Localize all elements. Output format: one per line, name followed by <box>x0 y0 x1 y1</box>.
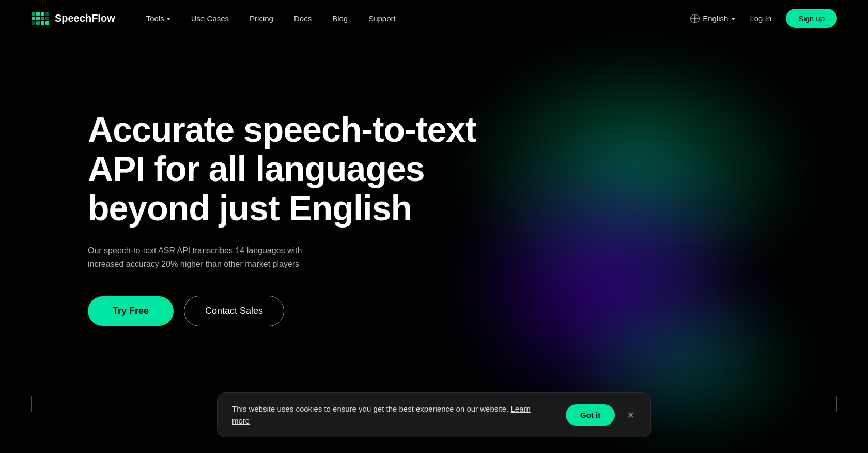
nav-blog[interactable]: Blog <box>332 14 348 23</box>
nav-right: English Log In Sign up <box>690 9 837 28</box>
nav-support[interactable]: Support <box>368 14 396 23</box>
lang-chevron-icon <box>731 18 735 20</box>
nav-pricing[interactable]: Pricing <box>250 14 273 23</box>
hero-subtitle: Our speech-to-text ASR API transcribes 1… <box>88 244 315 270</box>
cookie-close-button[interactable]: × <box>625 409 636 422</box>
hero-title: Accurate speech-to-text API for all lang… <box>88 110 481 228</box>
nav-use-cases[interactable]: Use Cases <box>191 14 229 23</box>
scroll-line-right <box>836 396 837 412</box>
try-free-button[interactable]: Try Free <box>88 296 174 326</box>
brand-name: SpeechFlow <box>55 12 115 24</box>
logo-icon <box>31 9 50 28</box>
cookie-message: This website uses cookies to ensure you … <box>232 403 545 427</box>
hero-section: Accurate speech-to-text API for all lang… <box>0 37 868 326</box>
tools-chevron-icon <box>166 18 171 20</box>
scroll-line-left <box>31 396 32 412</box>
cookie-banner: This website uses cookies to ensure you … <box>217 392 651 437</box>
nav-links: Tools Use Cases Pricing Docs Blog Suppor… <box>146 14 691 23</box>
contact-sales-button[interactable]: Contact Sales <box>184 296 284 326</box>
language-selector[interactable]: English <box>690 14 735 23</box>
signup-button[interactable]: Sign up <box>786 9 837 28</box>
cookie-accept-button[interactable]: Got it <box>566 404 615 426</box>
nav-docs[interactable]: Docs <box>294 14 312 23</box>
nav-tools[interactable]: Tools <box>146 14 171 23</box>
login-button[interactable]: Log In <box>748 10 773 27</box>
hero-cta-group: Try Free Contact Sales <box>88 296 868 326</box>
navbar: SpeechFlow Tools Use Cases Pricing Docs … <box>0 0 868 37</box>
logo-link[interactable]: SpeechFlow <box>31 9 115 28</box>
globe-icon <box>690 14 700 23</box>
cookie-actions: Got it × <box>566 404 636 426</box>
